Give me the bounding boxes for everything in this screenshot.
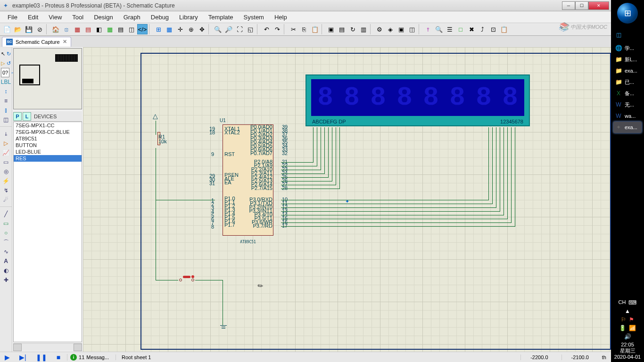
device-scrollbar[interactable] — [13, 343, 82, 351]
taskbar-btn[interactable]: ✦exa... — [613, 122, 642, 133]
path-tool-icon[interactable]: ∿ — [0, 247, 12, 256]
taskbar-btn[interactable]: 📁已... — [613, 76, 642, 88]
network-icon[interactable]: ⚑ — [629, 316, 634, 323]
select-tool-icon[interactable]: ↖ — [0, 49, 6, 58]
zoomfit-icon[interactable]: ⛶ — [234, 24, 245, 34]
packaging-icon[interactable]: ▣ — [396, 24, 406, 34]
close-icon[interactable]: ⊘ — [34, 24, 45, 34]
terminal-tool-icon[interactable]: ⫰ — [0, 129, 12, 139]
pin-tool-icon[interactable]: ▷ — [0, 139, 12, 148]
menu-help[interactable]: Help — [270, 12, 292, 22]
wire-autorouter-icon[interactable]: ⫯ — [423, 24, 433, 34]
text2-tool-icon[interactable]: A — [0, 256, 12, 266]
clock[interactable]: 22:05 星期三 2020-04-01 — [614, 342, 641, 360]
copy-icon[interactable]: ⎘ — [299, 24, 309, 34]
messages-button[interactable]: i 11 Messag... — [67, 354, 112, 361]
arc-tool-icon[interactable]: ⌒ — [0, 238, 12, 247]
menu-edit[interactable]: Edit — [23, 12, 43, 22]
lang-indicator[interactable]: CH — [619, 299, 626, 306]
seven-segment-display[interactable]: ABCDEFG DP 12345678 — [305, 74, 530, 126]
taskbar-btn[interactable]: ◫ — [613, 29, 642, 41]
new-icon[interactable]: 📄 — [2, 24, 12, 34]
pan-icon[interactable]: ✥ — [197, 24, 207, 34]
device-item[interactable]: RES — [14, 155, 82, 162]
symbol-tool-icon[interactable]: ◐ — [0, 266, 12, 275]
minimize-button[interactable]: ─ — [562, 1, 575, 10]
graph-icon[interactable]: ◫ — [126, 24, 137, 34]
zoomin-icon[interactable]: 🔍 — [213, 24, 223, 34]
flag-icon[interactable]: ⚐ — [621, 316, 626, 323]
resistor-component[interactable]: R110k — [152, 132, 166, 156]
taskbar-btn[interactable]: W无... — [613, 99, 642, 110]
block-move-icon[interactable]: ▤ — [337, 24, 347, 34]
schematic-canvas[interactable]: ABCDEFG DP 12345678 △ R110k U1 1918 XTAL… — [83, 47, 611, 352]
device-item[interactable]: AT89C51 — [14, 135, 82, 142]
property-icon[interactable]: ☰ — [445, 24, 455, 34]
vcc-symbol[interactable]: △ — [153, 112, 158, 120]
menu-file[interactable]: File — [3, 12, 22, 22]
search-icon[interactable]: 🔍 — [434, 24, 444, 34]
play-button[interactable]: ▶ — [2, 354, 13, 361]
keyboard-icon[interactable]: ⌨ — [628, 299, 636, 306]
menu-tool[interactable]: Tool — [67, 12, 88, 22]
mcu-component[interactable]: U1 1918 XTAL1XTAL2 9 RST 293031 PSENALEE… — [215, 122, 281, 239]
volume-icon[interactable]: 🔊 — [624, 333, 631, 340]
component-tool-icon[interactable]: ▷ — [0, 58, 6, 68]
grid2-icon[interactable]: ▦ — [164, 24, 174, 34]
grid-icon[interactable]: ⊞ — [153, 24, 164, 34]
marker-tool-icon[interactable]: ✚ — [0, 275, 12, 285]
block-delete-icon[interactable]: ▥ — [358, 24, 369, 34]
make-device-icon[interactable]: ◈ — [385, 24, 396, 34]
open-icon[interactable]: 📂 — [13, 24, 23, 34]
bom-icon[interactable]: ▤ — [116, 24, 126, 34]
subcircuit-tool-icon[interactable]: ◫ — [0, 115, 12, 124]
probe-v-tool-icon[interactable]: ⚡ — [0, 176, 12, 186]
remove-sheet-icon[interactable]: ✖ — [466, 24, 477, 34]
line-tool-icon[interactable]: ╱ — [0, 209, 12, 219]
generator-tool-icon[interactable]: ◎ — [0, 167, 12, 176]
device-list[interactable]: 7SEG-MPX1-CC 7SEG-MPX8-CC-BLUE AT89C51 B… — [13, 122, 82, 342]
ares-icon[interactable]: ▤ — [83, 24, 93, 34]
battery-icon[interactable]: 🔋 — [619, 325, 626, 331]
pause-button[interactable]: ❚❚ — [33, 354, 50, 361]
undo-icon[interactable]: ↶ — [261, 24, 272, 34]
zoom-sheet-icon[interactable]: ⊡ — [488, 24, 498, 34]
3d-icon[interactable]: ◧ — [94, 24, 104, 34]
cut-icon[interactable]: ✂ — [288, 24, 298, 34]
menu-debug[interactable]: Debug — [146, 12, 173, 22]
menu-graph[interactable]: Graph — [119, 12, 145, 22]
bus-tool-icon[interactable]: ⫿ — [0, 106, 12, 115]
tray-expand-icon[interactable]: ▲ — [625, 308, 630, 314]
zoomout-icon[interactable]: 🔎 — [223, 24, 234, 34]
graph-tool-icon[interactable]: 📈 — [0, 148, 12, 157]
library-button[interactable]: L — [23, 112, 31, 121]
zoomarea-icon[interactable]: ◱ — [245, 24, 256, 34]
pick-device-button[interactable]: P — [13, 112, 22, 121]
tape-tool-icon[interactable]: ▭ — [0, 157, 12, 167]
taskbar-btn[interactable]: 📁exa... — [613, 65, 642, 76]
rotate-ccw-icon[interactable]: ↺ — [6, 58, 12, 68]
menu-view[interactable]: View — [44, 12, 66, 22]
snap-icon[interactable]: ✛ — [175, 24, 185, 34]
device-item[interactable]: BUTTON — [14, 142, 82, 148]
tab-schematic[interactable]: SC Schematic Capture ✕ — [2, 37, 71, 47]
rotate-cw-icon[interactable]: ↻ — [6, 49, 12, 58]
circle-tool-icon[interactable]: ○ — [0, 228, 12, 238]
block-rotate-icon[interactable]: ↻ — [347, 24, 358, 34]
start-button[interactable] — [617, 3, 638, 24]
zoom-input[interactable]: 0? — [1, 68, 9, 77]
bom2-icon[interactable]: 📋 — [499, 24, 509, 34]
overview-thumbnail[interactable] — [13, 48, 82, 109]
device-item[interactable]: 7SEG-MPX1-CC — [14, 122, 82, 129]
ground-symbol[interactable] — [219, 325, 228, 329]
taskbar-btn[interactable]: 📁新L... — [613, 54, 642, 65]
close-button[interactable]: ✕ — [588, 1, 609, 10]
menu-system[interactable]: System — [239, 12, 269, 22]
paste-icon[interactable]: 📋 — [310, 24, 320, 34]
probe-i-tool-icon[interactable]: ↯ — [0, 186, 12, 195]
pcb-icon[interactable]: ▦ — [72, 24, 83, 34]
code-icon[interactable]: </> — [137, 24, 148, 34]
maximize-button[interactable]: ☐ — [575, 1, 588, 10]
menu-template[interactable]: Template — [204, 12, 238, 22]
tab-close-icon[interactable]: ✕ — [63, 39, 67, 45]
